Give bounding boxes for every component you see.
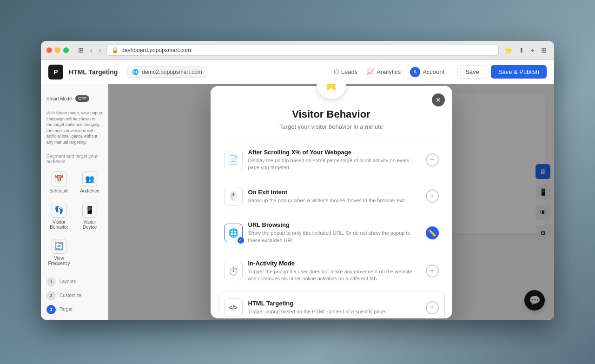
in-activity-icon: ⏱️ bbox=[224, 262, 243, 280]
app-content: Smart Mode OFF With Smart mode, your pop… bbox=[41, 84, 554, 320]
address-bar[interactable]: 🔒 dashboard.popupsmart.com bbox=[106, 45, 498, 56]
option-scroll-text: After Scrolling X% of Your Webpage Displ… bbox=[248, 149, 420, 172]
account-avatar: A bbox=[410, 67, 420, 77]
back-button[interactable]: ‹ bbox=[88, 46, 94, 55]
step-layouts-circle: 1 bbox=[46, 277, 56, 286]
site-url: demo2.popupsmart.com bbox=[142, 69, 202, 75]
main-panel: Content area 🖥 📱 👁 ⚙ ⭐ ✕ bbox=[108, 84, 554, 320]
browser-actions: ⭐ ⬆ + ⊞ bbox=[502, 46, 549, 55]
visitor-behavior-label: Visitor Behavior bbox=[46, 219, 72, 230]
option-html-targeting-text: HTML Targeting Trigger popup based on th… bbox=[248, 300, 420, 315]
html-targeting-desc: Trigger popup based on the HTML content … bbox=[248, 308, 420, 315]
modal: Visitor Behavior Target your visitor beh… bbox=[211, 86, 452, 318]
modal-close-button[interactable]: ✕ bbox=[432, 93, 445, 106]
step-layouts: 1 Layouts bbox=[46, 275, 102, 288]
visitor-device-icon: 📱 bbox=[82, 203, 97, 218]
leads-icon: ⬡ bbox=[334, 68, 339, 75]
new-tab-button[interactable]: + bbox=[529, 46, 536, 55]
url-browsing-edit-button[interactable]: ✏️ bbox=[426, 226, 439, 239]
segment-label: Segment and target your audience bbox=[41, 150, 108, 166]
schedule-icon: 📅 bbox=[52, 172, 66, 186]
option-url-text: URL Browsing Show the popup to only this… bbox=[248, 221, 420, 244]
share-button[interactable]: ⬆ bbox=[517, 46, 526, 55]
step-customize-circle: 2 bbox=[46, 291, 56, 300]
step-publish: 4 Publish bbox=[46, 317, 102, 320]
site-badge: 🌐 demo2.popupsmart.com bbox=[127, 66, 207, 78]
sidebar: Smart Mode OFF With Smart mode, your pop… bbox=[41, 84, 108, 320]
step-customize-label: Customize bbox=[60, 293, 81, 298]
sidebar-toggle-button[interactable]: ⊞ bbox=[76, 46, 86, 55]
app-title: HTML Targeting bbox=[69, 68, 118, 76]
sidebar-item-visitor-behavior[interactable]: 👣 Visitor Behavior bbox=[45, 199, 73, 233]
sidebar-items-grid: 📅 Schedule 👥 Audience 👣 Visitor Behavior… bbox=[41, 168, 108, 270]
fullscreen-traffic-light[interactable] bbox=[63, 47, 69, 53]
html-targeting-add-button[interactable]: + bbox=[426, 301, 439, 314]
step-target-label: Target bbox=[60, 307, 73, 312]
audience-icon: 👥 bbox=[82, 172, 97, 186]
modal-body: 📄 After Scrolling X% of Your Webpage Dis… bbox=[211, 142, 452, 318]
step-target-circle: 3 bbox=[46, 305, 56, 314]
option-in-activity-text: In-Activity Mode Trigger the popup if a … bbox=[248, 260, 420, 283]
traffic-lights bbox=[46, 47, 69, 53]
exit-intent-add-button[interactable]: + bbox=[426, 190, 439, 203]
browser-window: ⊞ ‹ › 🔒 dashboard.popupsmart.com ⭐ ⬆ + ⊞… bbox=[41, 41, 554, 320]
html-targeting-title: HTML Targeting bbox=[248, 300, 420, 307]
visitor-device-label: Visitor Device bbox=[77, 219, 102, 230]
sidebar-item-schedule[interactable]: 📅 Schedule bbox=[45, 168, 73, 197]
in-activity-add-button[interactable]: + bbox=[426, 265, 439, 278]
toggle-indicator: OFF bbox=[75, 95, 89, 102]
in-activity-desc: Trigger the popup if a user does not mak… bbox=[248, 268, 420, 283]
step-layouts-label: Layouts bbox=[60, 279, 76, 284]
view-frequency-label: View Frequency bbox=[46, 256, 72, 266]
close-icon: ✕ bbox=[436, 96, 441, 104]
option-scroll[interactable]: 📄 After Scrolling X% of Your Webpage Dis… bbox=[218, 142, 445, 179]
save-button[interactable]: Save bbox=[457, 65, 487, 79]
option-exit-text: On Exit Intent Show up the popup when a … bbox=[248, 189, 420, 204]
scroll-title: After Scrolling X% of Your Webpage bbox=[248, 149, 420, 156]
analytics-icon: 📈 bbox=[367, 68, 374, 75]
url-text: dashboard.popupsmart.com bbox=[121, 47, 191, 53]
url-browsing-desc: Show the popup to only this included URL… bbox=[248, 230, 420, 244]
forward-button[interactable]: › bbox=[97, 46, 103, 55]
modal-divider bbox=[218, 138, 445, 138]
nav-analytics[interactable]: 📈 Analytics bbox=[367, 68, 401, 75]
view-frequency-icon: 🔄 bbox=[52, 239, 66, 254]
grid-button[interactable]: ⊞ bbox=[539, 46, 549, 55]
url-browsing-check-icon: ✓ bbox=[238, 237, 244, 244]
step-customize: 2 Customize bbox=[46, 289, 102, 302]
option-exit-intent[interactable]: 🖱️ On Exit Intent Show up the popup when… bbox=[218, 180, 445, 212]
app-logo: P bbox=[48, 65, 63, 79]
exit-intent-icon: 🖱️ bbox=[224, 187, 243, 205]
smart-mode-toggle[interactable]: Smart Mode OFF bbox=[41, 92, 108, 106]
bookmark-button[interactable]: ⭐ bbox=[502, 46, 514, 55]
modal-subtitle: Target your visitor behavior in a minute bbox=[222, 123, 441, 130]
save-publish-button[interactable]: Save & Publish bbox=[491, 65, 547, 79]
modal-overlay: ⭐ ✕ Visitor Behavior Target your visitor… bbox=[108, 84, 554, 320]
exit-intent-title: On Exit Intent bbox=[248, 189, 420, 196]
sidebar-item-view-frequency[interactable]: 🔄 View Frequency bbox=[45, 235, 73, 270]
option-html-targeting[interactable]: </> HTML Targeting Trigger popup based o… bbox=[218, 291, 445, 318]
option-url-browsing[interactable]: 🌐 ✓ URL Browsing Show the popup to only … bbox=[218, 214, 445, 251]
sidebar-item-visitor-device[interactable]: 📱 Visitor Device bbox=[75, 199, 104, 233]
modal-wrapper: ⭐ ✕ Visitor Behavior Target your visitor… bbox=[211, 86, 452, 318]
modal-title: Visitor Behavior bbox=[222, 108, 441, 120]
option-in-activity[interactable]: ⏱️ In-Activity Mode Trigger the popup if… bbox=[218, 253, 445, 290]
visitor-behavior-icon: 👣 bbox=[52, 203, 66, 218]
security-icon: 🔒 bbox=[112, 47, 119, 53]
scroll-add-button[interactable]: + bbox=[426, 153, 439, 166]
step-target: 3 Target bbox=[46, 303, 102, 316]
app-header: P HTML Targeting 🌐 demo2.popupsmart.com … bbox=[41, 60, 554, 84]
sidebar-item-audience[interactable]: 👥 Audience bbox=[75, 168, 104, 197]
in-activity-title: In-Activity Mode bbox=[248, 260, 420, 267]
step-indicators: 1 Layouts 2 Customize 3 Target bbox=[41, 275, 108, 320]
nav-account[interactable]: A Account bbox=[410, 67, 444, 77]
globe-icon: 🌐 bbox=[132, 69, 139, 75]
nav-leads[interactable]: ⬡ Leads bbox=[334, 68, 357, 75]
close-traffic-light[interactable] bbox=[46, 47, 52, 53]
smart-mode-label: Smart Mode bbox=[46, 96, 72, 101]
minimize-traffic-light[interactable] bbox=[55, 47, 60, 53]
header-nav: ⬡ Leads 📈 Analytics A Account bbox=[334, 67, 444, 77]
star-icon: ⭐ bbox=[323, 84, 339, 92]
browser-chrome: ⊞ ‹ › 🔒 dashboard.popupsmart.com ⭐ ⬆ + ⊞ bbox=[41, 41, 554, 60]
scroll-icon: 📄 bbox=[224, 151, 243, 169]
